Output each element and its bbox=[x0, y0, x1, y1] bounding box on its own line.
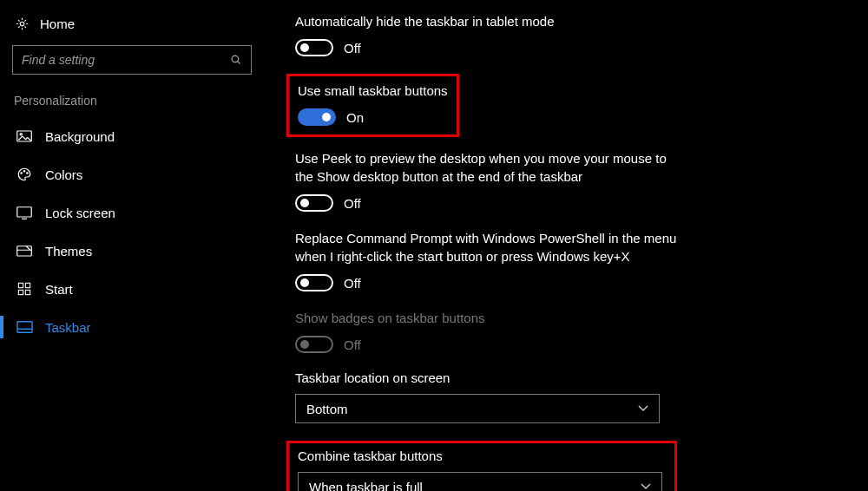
setting-label: Automatically hide the taskbar in tablet… bbox=[295, 12, 677, 30]
svg-point-3 bbox=[20, 134, 22, 135]
setting-powershell: Replace Command Prompt with Windows Powe… bbox=[295, 229, 851, 291]
sidebar-item-label: Start bbox=[45, 282, 73, 297]
toggle-state: Off bbox=[344, 196, 361, 211]
sidebar: Home Personalization Background Colors bbox=[0, 0, 260, 349]
category-label: Personalization bbox=[12, 94, 248, 108]
setting-label: Show badges on taskbar buttons bbox=[295, 309, 677, 327]
toggle-small-buttons[interactable] bbox=[298, 108, 336, 126]
search-input-container[interactable] bbox=[12, 45, 252, 75]
svg-point-0 bbox=[20, 22, 24, 26]
sidebar-item-colors[interactable]: Colors bbox=[12, 158, 248, 191]
setting-use-peek: Use Peek to preview the desktop when you… bbox=[295, 149, 851, 212]
svg-point-6 bbox=[27, 173, 29, 174]
sidebar-item-background[interactable]: Background bbox=[12, 120, 248, 153]
setting-label: Use Peek to preview the desktop when you… bbox=[295, 149, 677, 186]
toggle-state: Off bbox=[344, 276, 361, 291]
toggle-auto-hide-tablet[interactable] bbox=[295, 39, 333, 56]
sidebar-item-label: Background bbox=[45, 129, 115, 144]
sidebar-item-themes[interactable]: Themes bbox=[12, 234, 248, 267]
lock-screen-icon bbox=[16, 205, 33, 220]
svg-point-4 bbox=[21, 173, 23, 174]
select-combine-buttons[interactable]: When taskbar is full bbox=[298, 472, 662, 491]
sidebar-item-label: Colors bbox=[45, 167, 82, 182]
sidebar-item-label: Themes bbox=[45, 244, 92, 259]
settings-panel: Automatically hide the taskbar in tablet… bbox=[295, 12, 851, 491]
image-icon bbox=[16, 128, 33, 144]
sidebar-item-start[interactable]: Start bbox=[12, 272, 248, 305]
setting-auto-hide-tablet: Automatically hide the taskbar in tablet… bbox=[295, 12, 851, 56]
taskbar-icon bbox=[16, 319, 33, 335]
sidebar-item-label: Lock screen bbox=[45, 206, 115, 220]
svg-rect-13 bbox=[16, 322, 31, 332]
toggle-badges bbox=[295, 336, 333, 353]
home-link[interactable]: Home bbox=[12, 12, 248, 40]
home-label: Home bbox=[40, 16, 75, 31]
sidebar-item-lock-screen[interactable]: Lock screen bbox=[12, 196, 248, 229]
toggle-powershell[interactable] bbox=[295, 274, 333, 291]
svg-point-1 bbox=[232, 56, 239, 62]
palette-icon bbox=[16, 167, 33, 182]
toggle-state: Off bbox=[344, 337, 361, 352]
setting-label: Use small taskbar buttons bbox=[298, 82, 448, 100]
select-label: Taskbar location on screen bbox=[295, 370, 851, 385]
select-taskbar-location[interactable]: Bottom bbox=[295, 394, 660, 423]
highlight-combine-buttons: Combine taskbar buttons When taskbar is … bbox=[286, 441, 677, 491]
sidebar-item-taskbar[interactable]: Taskbar bbox=[12, 311, 248, 344]
select-value: Bottom bbox=[306, 402, 348, 416]
setting-taskbar-location: Taskbar location on screen Bottom bbox=[295, 370, 851, 423]
search-input[interactable] bbox=[22, 53, 221, 67]
highlight-small-buttons: Use small taskbar buttons On bbox=[286, 74, 459, 137]
toggle-state: Off bbox=[344, 41, 361, 56]
setting-label: Replace Command Prompt with Windows Powe… bbox=[295, 229, 677, 265]
toggle-use-peek[interactable] bbox=[295, 194, 333, 212]
svg-rect-11 bbox=[18, 290, 23, 294]
svg-rect-8 bbox=[17, 246, 32, 256]
search-icon bbox=[230, 54, 242, 66]
chevron-down-icon bbox=[638, 405, 648, 412]
gear-icon bbox=[14, 16, 30, 31]
start-icon bbox=[16, 281, 33, 297]
toggle-state: On bbox=[346, 110, 364, 125]
select-label: Combine taskbar buttons bbox=[298, 448, 666, 463]
svg-rect-12 bbox=[25, 290, 30, 294]
svg-rect-9 bbox=[18, 283, 23, 287]
svg-rect-7 bbox=[17, 206, 32, 216]
svg-point-5 bbox=[23, 171, 25, 173]
chevron-down-icon bbox=[641, 483, 651, 490]
sidebar-item-label: Taskbar bbox=[45, 320, 91, 335]
themes-icon bbox=[16, 243, 33, 259]
svg-rect-10 bbox=[25, 283, 30, 287]
setting-badges: Show badges on taskbar buttons Off bbox=[295, 309, 851, 353]
select-value: When taskbar is full bbox=[309, 480, 423, 492]
